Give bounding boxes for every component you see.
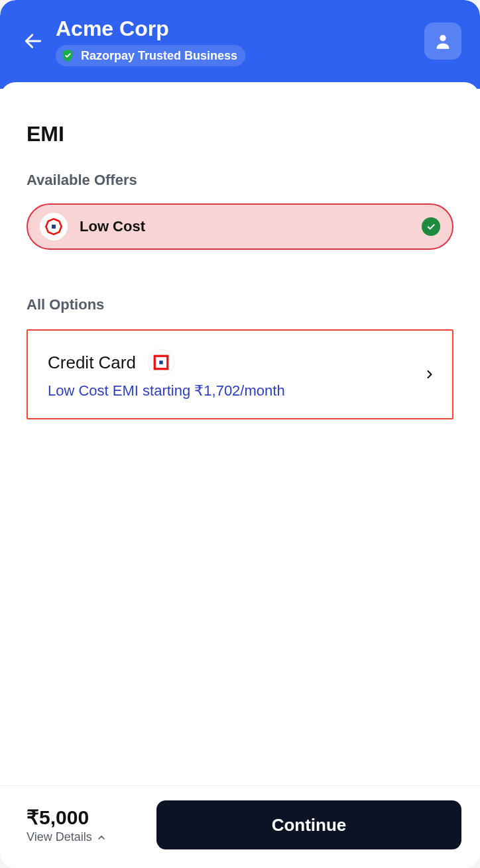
chevron-up-icon: [96, 832, 107, 843]
view-details-label: View Details: [27, 830, 92, 844]
svg-rect-4: [159, 361, 162, 364]
footer: ₹5,000 View Details Continue: [0, 785, 480, 868]
option-title-row: Credit Card: [48, 349, 423, 376]
profile-button[interactable]: [424, 23, 461, 60]
option-body: Credit Card Low Cost EMI starting ₹1,702…: [48, 349, 423, 400]
merchant-name: Acme Corp: [56, 16, 424, 41]
view-details-button[interactable]: View Details: [27, 830, 156, 844]
header: Acme Corp Razorpay Trusted Business: [0, 0, 480, 89]
option-credit-card[interactable]: Credit Card Low Cost EMI starting ₹1,702…: [27, 329, 453, 419]
checkout-screen: Acme Corp Razorpay Trusted Business EMI …: [0, 0, 480, 868]
svg-point-1: [440, 35, 446, 41]
option-title: Credit Card: [48, 353, 136, 373]
arrow-left-icon: [23, 30, 44, 52]
total-amount: ₹5,000: [27, 806, 156, 829]
page-title: EMI: [27, 82, 453, 146]
offer-label: Low Cost: [80, 218, 422, 235]
chevron-right-icon: [423, 368, 436, 381]
header-center: Acme Corp Razorpay Trusted Business: [56, 16, 424, 66]
shield-icon: [60, 48, 76, 64]
hdfc-icon: [148, 349, 174, 376]
available-offers-label: Available Offers: [27, 172, 453, 189]
offer-low-cost[interactable]: Low Cost: [27, 203, 453, 250]
svg-rect-2: [52, 225, 56, 229]
offer-bank-icon: [40, 213, 68, 241]
user-icon: [434, 32, 452, 50]
back-button[interactable]: [19, 27, 48, 56]
option-subtitle: Low Cost EMI starting ₹1,702/month: [48, 382, 423, 400]
continue-button[interactable]: Continue: [156, 800, 461, 849]
main-content: EMI Available Offers Low Cost All Option…: [0, 82, 480, 419]
offer-selected-check: [422, 217, 440, 236]
check-icon: [426, 221, 436, 232]
trust-badge-text: Razorpay Trusted Business: [81, 49, 237, 63]
all-options-label: All Options: [27, 296, 453, 313]
footer-left: ₹5,000 View Details: [27, 806, 156, 844]
trust-badge: Razorpay Trusted Business: [56, 45, 245, 66]
